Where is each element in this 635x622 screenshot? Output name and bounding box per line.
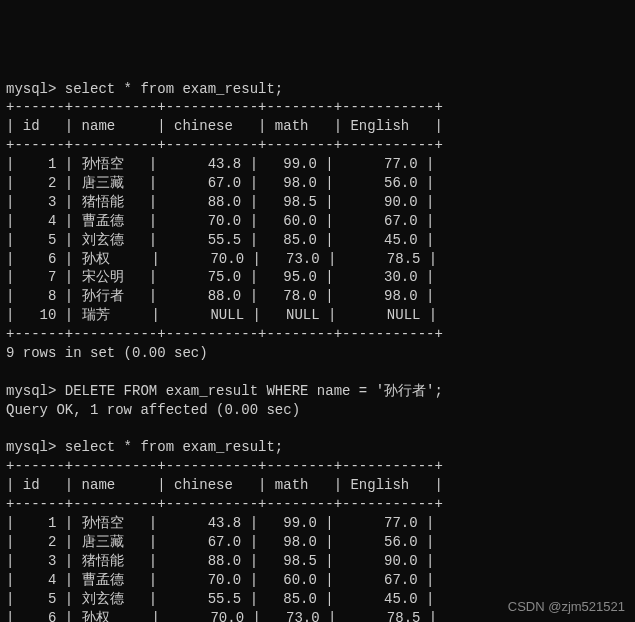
- terminal-output: mysql> select * from exam_result; +-----…: [6, 80, 629, 622]
- watermark: CSDN @zjm521521: [508, 598, 625, 616]
